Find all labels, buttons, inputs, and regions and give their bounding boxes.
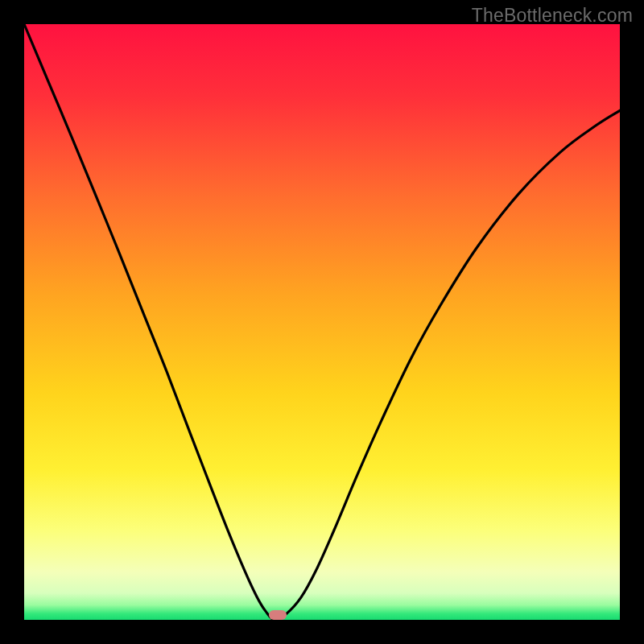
chart-frame: TheBottleneck.com — [0, 0, 644, 644]
bottleneck-curve — [24, 24, 620, 620]
watermark-text: TheBottleneck.com — [472, 5, 633, 27]
plot-area — [24, 24, 620, 620]
optimum-marker — [269, 610, 287, 620]
